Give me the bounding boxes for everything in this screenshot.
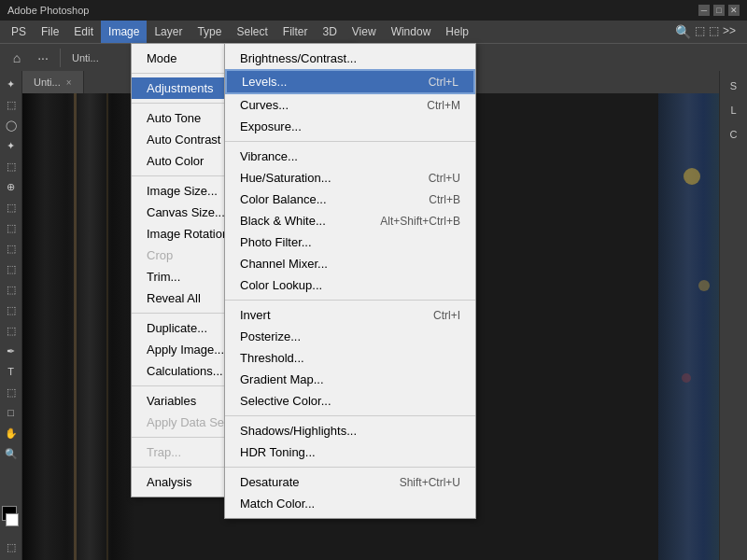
submenu-color-balance[interactable]: Color Balance... Ctrl+B bbox=[225, 189, 475, 210]
submenu-selective-color[interactable]: Selective Color... bbox=[225, 390, 475, 412]
menu-item-file[interactable]: File bbox=[34, 21, 66, 43]
menu-item-image[interactable]: Image bbox=[101, 21, 147, 43]
color-balance-shortcut: Ctrl+B bbox=[429, 193, 460, 206]
submenu-hue-saturation[interactable]: Hue/Saturation... Ctrl+U bbox=[225, 167, 475, 189]
menu-item-window[interactable]: Window bbox=[384, 21, 439, 43]
curves-label: Curves... bbox=[240, 98, 408, 112]
menu-item-layer[interactable]: Layer bbox=[147, 21, 190, 43]
hdr-toning-label: HDR Toning... bbox=[240, 445, 460, 459]
image-right bbox=[658, 93, 719, 560]
bokeh-2 bbox=[698, 280, 710, 291]
gradient-map-label: Gradient Map... bbox=[240, 372, 460, 386]
bokeh-3 bbox=[682, 373, 691, 383]
screen-mode-button[interactable]: ⬚ bbox=[2, 538, 21, 556]
menu-item-ps[interactable]: PS bbox=[4, 21, 34, 43]
submenu-invert[interactable]: Invert Ctrl+I bbox=[225, 304, 475, 326]
photo-filter-label: Photo Filter... bbox=[240, 235, 460, 249]
vibrance-label: Vibrance... bbox=[240, 149, 460, 163]
submenu-threshold[interactable]: Threshold... bbox=[225, 347, 475, 369]
submenu-curves[interactable]: Curves... Ctrl+M bbox=[225, 94, 475, 116]
selective-color-label: Selective Color... bbox=[240, 394, 460, 408]
color-swatches[interactable] bbox=[0, 506, 22, 532]
panel-btn-1[interactable]: S bbox=[723, 75, 745, 97]
submenu-hdr-toning[interactable]: HDR Toning... bbox=[225, 441, 475, 463]
panel-btn-2[interactable]: L bbox=[723, 99, 745, 121]
menu-item-view[interactable]: View bbox=[345, 21, 384, 43]
submenu-brightness-contrast[interactable]: Brightness/Contrast... bbox=[225, 48, 475, 69]
menu-item-select[interactable]: Select bbox=[229, 21, 275, 43]
dropdown-container: Mode ▶ Adjustments ▶ Auto Tone Shift+Ctr… bbox=[0, 43, 355, 497]
submenu-channel-mixer[interactable]: Channel Mixer... bbox=[225, 253, 475, 274]
levels-shortcut: Ctrl+L bbox=[429, 76, 458, 89]
sub-sep-2 bbox=[225, 300, 475, 301]
desaturate-shortcut: Shift+Ctrl+U bbox=[400, 476, 460, 489]
background-swatch[interactable] bbox=[6, 513, 19, 526]
ui-btn-1[interactable]: ⬚ bbox=[695, 24, 705, 39]
search-icon[interactable]: 🔍 bbox=[675, 24, 691, 39]
submenu-posterize[interactable]: Posterize... bbox=[225, 326, 475, 347]
black-white-label: Black & White... bbox=[240, 214, 361, 228]
invert-label: Invert bbox=[240, 308, 415, 322]
menu-item-filter[interactable]: Filter bbox=[275, 21, 316, 43]
ui-btn-2[interactable]: ⬚ bbox=[709, 24, 719, 39]
ui-btn-3[interactable]: >> bbox=[723, 24, 736, 39]
menu-item-3d[interactable]: 3D bbox=[315, 21, 344, 43]
right-panel: S L C bbox=[719, 71, 747, 560]
submenu-vibrance[interactable]: Vibrance... bbox=[225, 146, 475, 167]
sub-sep-3 bbox=[225, 415, 475, 416]
window-controls: ─ □ ✕ bbox=[698, 5, 740, 16]
shadows-highlights-label: Shadows/Highlights... bbox=[240, 424, 460, 438]
posterize-label: Posterize... bbox=[240, 329, 460, 343]
menu-item-help[interactable]: Help bbox=[438, 21, 476, 43]
close-button[interactable]: ✕ bbox=[728, 5, 740, 16]
hue-saturation-shortcut: Ctrl+U bbox=[429, 172, 460, 185]
channel-mixer-label: Channel Mixer... bbox=[240, 257, 460, 271]
maximize-button[interactable]: □ bbox=[713, 5, 725, 16]
menu-bar: PS File Edit Image Layer Type Select Fil… bbox=[0, 21, 747, 43]
submenu-match-color[interactable]: Match Color... bbox=[225, 493, 475, 514]
submenu-exposure[interactable]: Exposure... bbox=[225, 116, 475, 137]
color-balance-label: Color Balance... bbox=[240, 192, 410, 206]
curves-shortcut: Ctrl+M bbox=[427, 99, 460, 112]
app-title: Adobe Photoshop bbox=[7, 5, 89, 16]
minimize-button[interactable]: ─ bbox=[698, 5, 710, 16]
title-bar: Adobe Photoshop ─ □ ✕ bbox=[0, 0, 747, 21]
bokeh-1 bbox=[684, 168, 700, 185]
color-lookup-label: Color Lookup... bbox=[240, 278, 460, 292]
menu-item-type[interactable]: Type bbox=[190, 21, 229, 43]
submenu-gradient-map[interactable]: Gradient Map... bbox=[225, 369, 475, 390]
hue-saturation-label: Hue/Saturation... bbox=[240, 171, 410, 185]
sub-sep-4 bbox=[225, 467, 475, 468]
invert-shortcut: Ctrl+I bbox=[433, 309, 460, 322]
brightness-contrast-label: Brightness/Contrast... bbox=[240, 51, 460, 65]
menu-item-edit[interactable]: Edit bbox=[66, 21, 101, 43]
black-white-shortcut: Alt+Shift+Ctrl+B bbox=[380, 215, 460, 228]
match-color-label: Match Color... bbox=[240, 497, 460, 511]
submenu-shadows-highlights[interactable]: Shadows/Highlights... bbox=[225, 420, 475, 441]
submenu-desaturate[interactable]: Desaturate Shift+Ctrl+U bbox=[225, 471, 475, 493]
adjustments-submenu: Brightness/Contrast... Levels... Ctrl+L … bbox=[224, 43, 476, 519]
submenu-levels[interactable]: Levels... Ctrl+L bbox=[225, 69, 475, 94]
threshold-label: Threshold... bbox=[240, 351, 460, 365]
exposure-label: Exposure... bbox=[240, 119, 460, 133]
panel-btn-3[interactable]: C bbox=[723, 123, 745, 146]
sub-sep-1 bbox=[225, 141, 475, 142]
submenu-color-lookup[interactable]: Color Lookup... bbox=[225, 274, 475, 296]
submenu-black-white[interactable]: Black & White... Alt+Shift+Ctrl+B bbox=[225, 210, 475, 231]
submenu-photo-filter[interactable]: Photo Filter... bbox=[225, 231, 475, 253]
desaturate-label: Desaturate bbox=[240, 475, 381, 489]
levels-label: Levels... bbox=[242, 75, 410, 89]
